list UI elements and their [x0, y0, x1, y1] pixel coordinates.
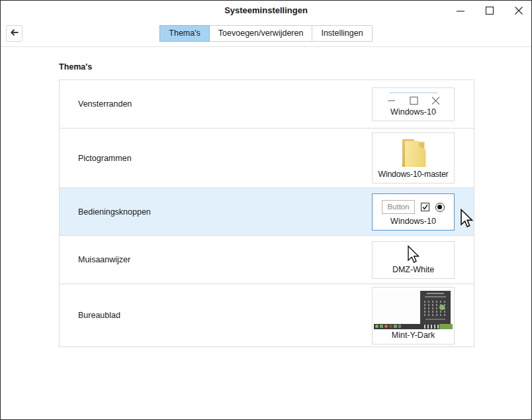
cursor-icon — [373, 245, 454, 264]
taskbar-icon — [389, 325, 392, 328]
row-label: Muisaanwijzer — [78, 255, 130, 264]
close-button[interactable] — [513, 5, 523, 15]
calendar-subheader-line — [425, 296, 446, 297]
content-area: Thema's Vensterranden Windows-10 — [1, 62, 531, 347]
page-title: Thema's — [59, 62, 531, 72]
taskbar-icon — [375, 325, 378, 328]
row-label: Bureaublad — [78, 311, 120, 320]
close-icon — [514, 6, 523, 15]
desktop-theme-preview[interactable]: Mint-Y-Dark — [372, 287, 455, 344]
titlebar: Systeeminstellingen — [1, 1, 531, 20]
taskbar-icon — [398, 325, 401, 328]
row-bedieningsknoppen[interactable]: Bedieningsknoppen Button Windows-10 — [60, 187, 474, 235]
theme-value: Windows-10 — [373, 107, 454, 117]
tab-toevoegen-verwijderen[interactable]: Toevoegen/verwijderen — [209, 25, 313, 42]
maximize-button[interactable] — [484, 5, 494, 15]
titlebar-accent-line — [389, 92, 438, 93]
tab-bar: Thema's Toevoegen/verwijderen Instelling… — [1, 25, 531, 42]
window-buttons-preview-icons — [385, 95, 442, 106]
toolbar: Thema's Toevoegen/verwijderen Instelling… — [1, 20, 531, 47]
tab-label: Toevoegen/verwijderen — [218, 28, 304, 38]
cursor-theme-preview[interactable]: DMZ-White — [372, 241, 455, 279]
calendar-footer-line — [425, 319, 445, 320]
themes-list: Vensterranden Windows-10 Pictogrammen — [59, 79, 474, 347]
controls-theme-preview[interactable]: Button Windows-10 — [372, 193, 455, 231]
calendar-header-line — [427, 293, 444, 294]
minimize-button[interactable] — [455, 5, 465, 15]
row-pictogrammen[interactable]: Pictogrammen Windows-10-master — [60, 128, 474, 187]
radio-dot — [437, 205, 442, 209]
window-title: Systeeminstellingen — [1, 1, 531, 20]
desktop-preview-image — [374, 289, 453, 329]
row-label: Vensterranden — [78, 99, 132, 109]
row-label: Bedieningsknoppen — [78, 207, 151, 217]
theme-value: DMZ-White — [373, 265, 454, 274]
row-label: Pictogrammen — [78, 154, 132, 163]
minimize-icon — [456, 6, 465, 15]
settings-window: Systeeminstellingen — [0, 0, 532, 420]
folder-icon — [400, 138, 427, 168]
row-vensterranden[interactable]: Vensterranden Windows-10 — [60, 80, 474, 128]
theme-value: Windows-10 — [373, 217, 454, 226]
tab-instellingen[interactable]: Instellingen — [312, 25, 372, 42]
theme-value: Mint-Y-Dark — [373, 331, 454, 340]
taskbar-icon — [380, 325, 383, 328]
maximize-icon — [485, 6, 494, 15]
tab-label: Instellingen — [321, 28, 363, 38]
system-tray-preview — [424, 325, 439, 329]
window-borders-preview[interactable]: Windows-10 — [372, 87, 455, 121]
taskbar-icon — [384, 325, 388, 328]
radio-selected-icon — [435, 203, 445, 212]
clock-preview — [439, 324, 453, 329]
icons-theme-preview[interactable]: Windows-10-master — [372, 132, 455, 184]
taskbar-icon — [394, 325, 397, 328]
tab-themas[interactable]: Thema's — [159, 25, 210, 42]
row-bureaublad[interactable]: Bureaublad — [60, 284, 474, 346]
demo-button: Button — [382, 200, 414, 215]
widget-demo: Button — [373, 199, 454, 215]
window-controls — [455, 1, 523, 20]
calendar-applet-preview — [420, 291, 451, 324]
theme-value: Windows-10-master — [373, 170, 454, 179]
calendar-selected-day — [439, 305, 445, 310]
tab-label: Thema's — [169, 28, 200, 38]
row-muisaanwijzer[interactable]: Muisaanwijzer DMZ-White — [60, 235, 474, 284]
checkbox-checked-icon — [421, 203, 429, 211]
